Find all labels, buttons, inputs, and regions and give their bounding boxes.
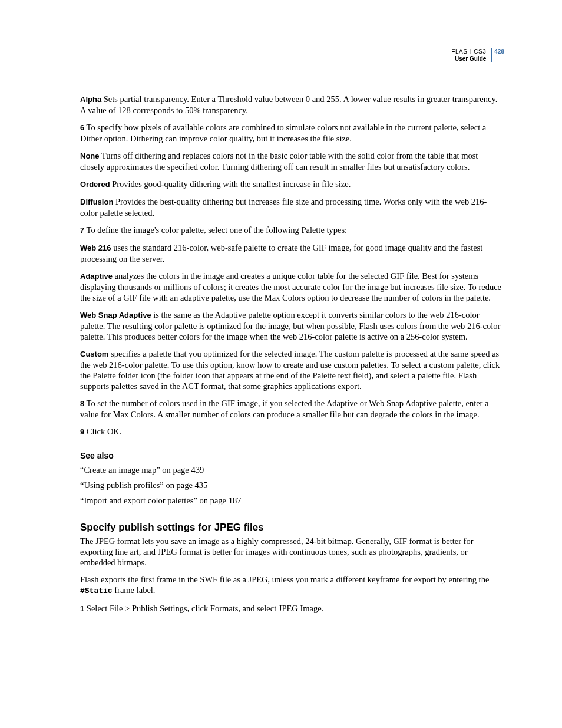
jpeg-step-1-text: Select File > Publish Settings, click Fo… <box>84 604 323 613</box>
jpeg-export-pre: Flash exports the first frame in the SWF… <box>80 575 489 584</box>
step-7-text: To define the image's color palette, sel… <box>84 225 347 235</box>
para-alpha: Alpha Sets partial transparency. Enter a… <box>80 94 503 116</box>
para-step8: 8 To set the number of colors used in th… <box>80 398 503 420</box>
jpeg-export: Flash exports the first frame in the SWF… <box>80 574 503 597</box>
jpeg-section-heading: Specify publish settings for JPEG files <box>80 522 503 533</box>
term-diffusion: Diffusion <box>80 197 113 206</box>
guide-label: User Guide <box>451 55 486 62</box>
jpeg-export-post: frame label. <box>113 585 156 595</box>
para-none: None Turns off dithering and replaces co… <box>80 150 503 172</box>
term-none: None <box>80 151 100 160</box>
para-step9: 9 Click OK. <box>80 426 503 437</box>
para-custom: Custom specifies a palette that you opti… <box>80 348 503 391</box>
text-ordered: Provides good-quality dithering with the… <box>110 179 351 189</box>
see-also-link-3[interactable]: “Import and export color palettes” on pa… <box>80 495 503 506</box>
text-alpha: Sets partial transparency. Enter a Thres… <box>80 94 497 115</box>
page-content: Alpha Sets partial transparency. Enter a… <box>80 94 503 614</box>
product-name: FLASH CS3 <box>451 48 486 55</box>
page-number: 428 <box>494 48 504 55</box>
text-diffusion: Provides the best-quality dithering but … <box>80 197 487 218</box>
text-web216: uses the standard 216-color, web-safe pa… <box>80 243 482 263</box>
see-also-link-1[interactable]: “Create an image map” on page 439 <box>80 465 503 475</box>
step-9-text: Click OK. <box>84 427 121 436</box>
jpeg-step1: 1 Select File > Publish Settings, click … <box>80 603 503 614</box>
header-divider <box>491 48 492 62</box>
jpeg-code: #Static <box>80 587 113 595</box>
para-step6: 6 To specify how pixels of available col… <box>80 122 503 144</box>
see-also-heading: See also <box>80 450 503 461</box>
term-custom: Custom <box>80 350 108 358</box>
term-websnap: Web Snap Adaptive <box>80 311 151 319</box>
text-adaptive: analyzes the colors in the image and cre… <box>80 271 501 302</box>
term-adaptive: Adaptive <box>80 272 113 281</box>
page-header: FLASH CS3 User Guide 428 <box>451 48 504 62</box>
step-6-text: To specify how pixels of available color… <box>80 123 486 143</box>
term-web216: Web 216 <box>80 243 111 252</box>
jpeg-intro: The JPEG format lets you save an image a… <box>80 536 503 568</box>
term-alpha: Alpha <box>80 95 101 104</box>
para-web216: Web 216 uses the standard 216-color, web… <box>80 242 503 264</box>
para-websnap: Web Snap Adaptive is the same as the Ada… <box>80 309 503 342</box>
para-adaptive: Adaptive analyzes the colors in the imag… <box>80 271 503 303</box>
para-step7: 7 To define the image's color palette, s… <box>80 225 503 236</box>
see-also-link-2[interactable]: “Using publish profiles” on page 435 <box>80 480 503 490</box>
text-custom: specifies a palette that you optimized f… <box>80 349 500 391</box>
step-8-text: To set the number of colors used in the … <box>80 398 489 419</box>
para-diffusion: Diffusion Provides the best-quality dith… <box>80 196 503 218</box>
text-none: Turns off dithering and replaces colors … <box>80 151 478 172</box>
term-ordered: Ordered <box>80 180 110 189</box>
para-ordered: Ordered Provides good-quality dithering … <box>80 179 503 190</box>
